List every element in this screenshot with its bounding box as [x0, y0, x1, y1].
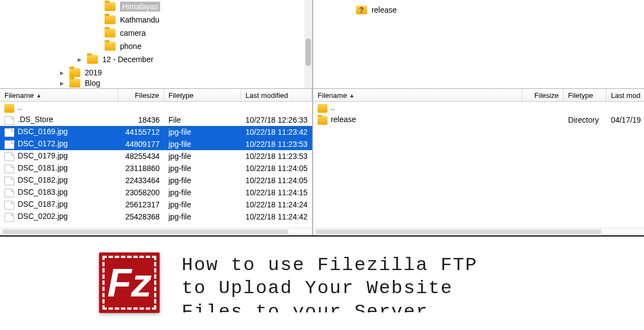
filezilla-logo-text: Fz	[99, 252, 160, 313]
file-name-label: DSC_0181.jpg	[18, 163, 68, 172]
file-lastmod-cell: 04/17/19	[607, 116, 644, 124]
file-icon	[4, 164, 14, 173]
local-pane: HimalayasKathmanducameraphone▸12 - Decem…	[0, 0, 313, 235]
folder-icon	[318, 116, 328, 125]
filezilla-window: HimalayasKathmanducameraphone▸12 - Decem…	[0, 0, 644, 237]
file-name-label: DSC_0187.jpg	[18, 200, 68, 208]
file-lastmod-cell: 10/22/18 11:24:42	[241, 212, 312, 221]
file-name-label: .DS_Store	[18, 115, 53, 124]
column-filesize[interactable]: Filesize	[118, 89, 164, 101]
scrollbar-thumb[interactable]	[2, 229, 288, 234]
file-icon	[4, 189, 14, 197]
column-filename-label: Filename	[4, 91, 34, 100]
file-row[interactable]: DSC_0183.jpg23058200jpg-file10/22/18 11:…	[0, 186, 312, 199]
local-tree-scrollbar[interactable]	[304, 0, 312, 88]
remote-directory-tree[interactable]: ?release	[313, 0, 644, 89]
file-icon	[4, 213, 14, 222]
tree-item-label: release	[372, 6, 397, 14]
file-row[interactable]: .DS_Store18436File10/27/18 12:26:33	[0, 114, 312, 126]
file-row[interactable]: releaseDirectory04/17/19	[313, 114, 644, 126]
file-name-label: DSC_0202.jpg	[18, 212, 68, 221]
column-lastmod-label: Last modified	[245, 91, 288, 100]
file-icon	[4, 201, 14, 210]
tree-item-label: camera	[120, 29, 146, 37]
tree-item[interactable]: Kathmandu	[0, 13, 312, 26]
expander-icon[interactable]: ▸	[58, 69, 65, 76]
file-type-cell: File	[164, 116, 241, 124]
scrollbar-thumb[interactable]	[305, 38, 311, 66]
file-type-cell: jpg-file	[164, 152, 241, 161]
column-lastmod[interactable]: Last modified	[241, 89, 312, 101]
file-type-cell: jpg-file	[164, 164, 241, 173]
local-list-header[interactable]: Filename ▲ Filesize Filetype Last modifi…	[0, 89, 312, 102]
file-lastmod-cell: 10/22/18 11:24:05	[241, 164, 312, 173]
up-folder-icon	[318, 104, 328, 113]
file-name-label: release	[331, 115, 356, 124]
column-filename[interactable]: Filename ▲	[313, 89, 522, 101]
scrollbar-thumb[interactable]	[315, 229, 602, 234]
file-size-cell: 18436	[118, 116, 164, 124]
expander-icon[interactable]: ▸	[58, 80, 65, 86]
file-icon	[4, 128, 14, 137]
file-row[interactable]: DSC_0179.jpg48255434jpg-file10/22/18 11:…	[0, 150, 312, 162]
footer-line-1: How to use Filezilla FTP	[182, 254, 478, 277]
column-filetype-label: Filetype	[168, 91, 194, 100]
file-name-label: DSC_0182.jpg	[18, 175, 68, 184]
tree-item[interactable]: Himalayas	[0, 0, 312, 13]
file-row[interactable]: DSC_0172.jpg44809177jpg-file10/22/18 11:…	[0, 138, 312, 150]
remote-list-header[interactable]: Filename ▲ Filesize Filetype Last mod	[313, 89, 644, 102]
expander-icon[interactable]: ▸	[76, 56, 83, 63]
file-icon	[4, 140, 14, 149]
file-row[interactable]: DSC_0169.jpg44155712jpg-file10/22/18 11:…	[0, 126, 312, 138]
folder-icon	[69, 79, 80, 87]
file-name-label: DSC_0179.jpg	[18, 151, 68, 160]
local-directory-tree[interactable]: HimalayasKathmanducameraphone▸12 - Decem…	[0, 0, 312, 89]
column-lastmod[interactable]: Last mod	[607, 89, 644, 101]
column-filetype[interactable]: Filetype	[164, 89, 241, 101]
file-type-cell: jpg-file	[164, 128, 241, 136]
tree-item[interactable]: phone	[0, 40, 312, 53]
file-row[interactable]: DSC_0181.jpg23118860jpg-file10/22/18 11:…	[0, 162, 312, 174]
file-name-label: DSC_0169.jpg	[18, 127, 68, 136]
file-icon	[4, 116, 14, 125]
footer-banner: Fz How to use Filezilla FTP to Upload Yo…	[0, 237, 644, 329]
tree-item[interactable]: ▸Blog	[0, 79, 312, 87]
file-size-cell: 23118860	[118, 164, 164, 173]
column-filetype[interactable]: Filetype	[564, 89, 607, 101]
file-row[interactable]: ..	[313, 102, 644, 114]
footer-line-2: to Upload Your Website	[182, 277, 478, 300]
file-type-cell: jpg-file	[164, 188, 241, 197]
tree-item[interactable]: ▸2019	[0, 66, 312, 79]
file-row[interactable]: DSC_0202.jpg25428368jpg-file10/22/18 11:…	[0, 211, 312, 223]
remote-hscrollbar[interactable]	[313, 228, 644, 235]
file-row[interactable]: DSC_0182.jpg22433464jpg-file10/22/18 11:…	[0, 174, 312, 186]
tree-item[interactable]: ▸12 - December	[0, 53, 312, 66]
file-lastmod-cell: 10/22/18 11:23:53	[241, 152, 312, 161]
footer-title: How to use Filezilla FTP to Upload Your …	[182, 254, 478, 312]
tree-item-label: Himalayas	[120, 2, 160, 12]
expander-icon	[94, 30, 100, 36]
local-file-list[interactable]: ...DS_Store18436File10/27/18 12:26:33DSC…	[0, 102, 312, 228]
tree-item[interactable]: camera	[0, 26, 312, 40]
column-filename[interactable]: Filename ▲	[0, 89, 118, 101]
up-folder-icon	[4, 104, 14, 113]
tree-item[interactable]: ?release	[313, 3, 644, 16]
file-icon	[4, 152, 14, 161]
file-lastmod-cell: 10/22/18 11:24:15	[241, 188, 312, 197]
file-lastmod-cell: 10/22/18 11:23:42	[241, 128, 312, 136]
expander-icon	[345, 7, 352, 13]
folder-icon	[87, 55, 98, 64]
column-filesize[interactable]: Filesize	[522, 89, 564, 101]
file-row[interactable]: DSC_0187.jpg25612317jpg-file10/22/18 11:…	[0, 199, 312, 211]
file-lastmod-cell: 10/22/18 11:24:24	[241, 200, 312, 209]
file-size-cell: 22433464	[118, 176, 164, 185]
tree-item-label: 2019	[85, 68, 102, 77]
remote-file-list[interactable]: ..releaseDirectory04/17/19	[313, 102, 644, 228]
folder-icon	[105, 42, 116, 51]
expander-icon	[94, 16, 100, 23]
file-lastmod-cell: 10/22/18 11:23:53	[241, 140, 312, 148]
file-icon	[4, 177, 14, 185]
file-row[interactable]: ..	[0, 102, 312, 114]
local-hscrollbar[interactable]	[0, 228, 312, 235]
column-lastmod-label: Last mod	[611, 91, 640, 100]
